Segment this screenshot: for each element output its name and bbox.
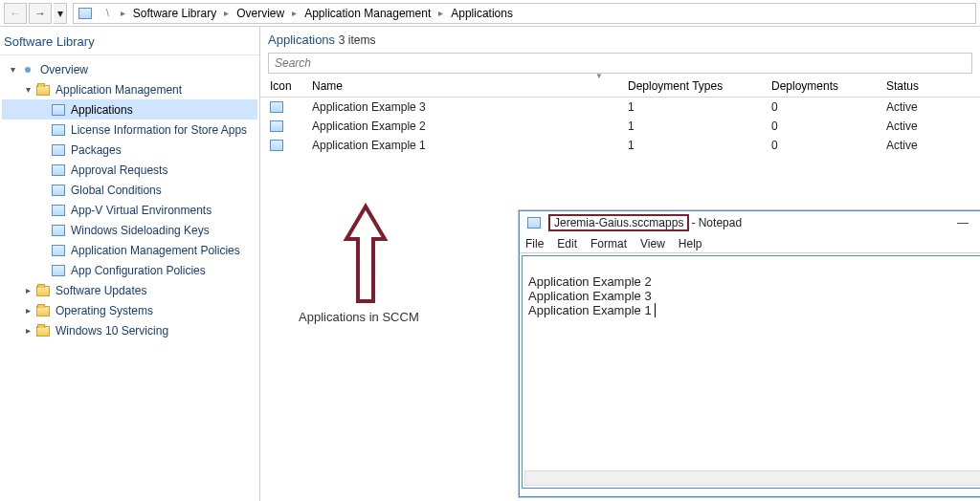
tree-item[interactable]: ▸Global Conditions — [2, 180, 257, 200]
tree-item-label: Packages — [71, 143, 122, 157]
nav-forward-button[interactable]: → — [29, 3, 52, 24]
minimize-button[interactable]: — — [948, 213, 977, 232]
notepad-line: Application Example 2 — [528, 274, 652, 289]
nav-history-dropdown[interactable]: ▾ — [54, 3, 67, 24]
notepad-titlebar[interactable]: Jeremia-Gaius.sccmapps - Notepad — ☐ ✕ — [520, 211, 980, 234]
sort-indicator-icon: ▼ — [595, 72, 603, 85]
text-cursor — [652, 303, 657, 317]
scrollbar-horizontal[interactable] — [524, 470, 980, 486]
chevron-right-icon: ▸ — [286, 8, 302, 18]
menu-edit[interactable]: Edit — [557, 237, 577, 250]
tree-item[interactable]: ▸Operating Systems — [2, 300, 257, 320]
folder-icon — [34, 323, 52, 338]
tree-item-label: App-V Virtual Environments — [71, 204, 212, 217]
chevron-down-icon: ▾ — [57, 7, 63, 20]
box-icon — [50, 122, 67, 138]
breadcrumb-item[interactable]: Overview — [234, 7, 286, 20]
box-icon — [50, 183, 67, 198]
notepad-filename: Jeremia-Gaius.sccmapps — [548, 214, 689, 231]
tree-item-label: Approval Requests — [71, 163, 167, 177]
tree-item-label: Global Conditions — [71, 184, 162, 197]
cell-deployment-types: 1 — [622, 137, 766, 154]
cell-status: Active — [880, 118, 976, 135]
cell-name: Application Example 3 — [306, 98, 622, 116]
tree-item[interactable]: ▸Packages — [2, 140, 257, 160]
tree-item-label: Operating Systems — [56, 304, 153, 317]
folder-icon — [34, 82, 52, 98]
sidebar-title: Software Library — [0, 31, 259, 55]
expand-toggle-icon[interactable]: ▸ — [21, 305, 34, 316]
box-icon — [50, 243, 67, 258]
tree-item[interactable]: ▸Approval Requests — [2, 160, 257, 180]
column-header-deployment-types[interactable]: Deployment Types — [622, 77, 766, 95]
expand-toggle-icon[interactable]: ▸ — [21, 325, 34, 336]
tree-item-label: Windows Sideloading Keys — [71, 224, 210, 237]
box-icon — [50, 102, 67, 118]
table-header: Icon Name ▼ Deployment Types Deployments… — [260, 77, 980, 98]
column-label: Name — [312, 79, 343, 93]
tree-item[interactable]: ▾Overview — [2, 59, 257, 79]
tree-item[interactable]: ▸Windows 10 Servicing — [2, 320, 257, 340]
box-icon — [50, 163, 67, 178]
column-header-deployments[interactable]: Deployments — [766, 77, 880, 95]
table-row[interactable]: Application Example 210Active — [260, 117, 980, 136]
table-row[interactable]: Application Example 110Active — [260, 136, 980, 155]
expand-toggle-icon[interactable]: ▾ — [21, 84, 34, 95]
tree-item-label: App Configuration Policies — [71, 264, 206, 277]
annotation-caption-sccm: Applications in SCCM — [299, 310, 419, 324]
panel-header: Applications 3 items — [260, 27, 980, 49]
cell-deployment-types: 1 — [622, 98, 766, 116]
breadcrumb-item[interactable]: Software Library — [131, 7, 218, 20]
breadcrumb-item[interactable]: Application Management — [302, 7, 433, 20]
chevron-right-icon: ▸ — [115, 8, 131, 18]
column-header-icon[interactable]: Icon — [264, 77, 306, 95]
dot-icon — [19, 62, 36, 77]
folder-icon — [34, 303, 52, 318]
menu-help[interactable]: Help — [679, 237, 702, 250]
breadcrumb-item[interactable]: Applications — [449, 7, 515, 20]
notepad-menubar: File Edit Format View Help — [520, 234, 980, 253]
tree-item[interactable]: ▾Application Management — [2, 79, 257, 99]
tree-item[interactable]: ▸Windows Sideloading Keys — [2, 220, 257, 240]
box-icon — [50, 203, 67, 218]
breadcrumb-bar: ← → ▾ \ ▸ Software Library ▸ Overview ▸ … — [0, 0, 980, 27]
cell-deployments: 0 — [766, 118, 880, 135]
folder-icon — [34, 283, 52, 298]
cell-deployment-types: 1 — [622, 118, 766, 135]
tree-item[interactable]: ▸Application Management Policies — [2, 240, 257, 260]
panel-item-count: 3 items — [339, 33, 376, 47]
notepad-line: Application Example 1 — [528, 303, 652, 317]
tree-item[interactable]: ▸App-V Virtual Environments — [2, 200, 257, 220]
menu-view[interactable]: View — [640, 237, 665, 250]
arrow-right-icon: → — [34, 7, 46, 20]
table-row[interactable]: Application Example 310Active — [260, 98, 980, 117]
expand-toggle-icon[interactable]: ▸ — [21, 285, 34, 295]
column-header-name[interactable]: Name ▼ — [306, 77, 622, 95]
menu-file[interactable]: File — [525, 237, 544, 250]
nav-back-button[interactable]: ← — [4, 3, 27, 24]
column-header-status[interactable]: Status — [880, 77, 976, 95]
menu-format[interactable]: Format — [590, 237, 627, 250]
svg-marker-0 — [346, 207, 385, 301]
annotation-arrow-up-icon — [337, 201, 394, 309]
sidebar: Software Library ▾Overview▾Application M… — [0, 27, 260, 501]
expand-toggle-icon[interactable]: ▾ — [6, 64, 19, 75]
notepad-line: Application Example 3 — [528, 289, 652, 303]
row-icon — [264, 99, 306, 115]
chevron-right-icon: ▸ — [433, 8, 449, 18]
tree-item-label: Applications — [71, 103, 133, 117]
breadcrumb[interactable]: \ ▸ Software Library ▸ Overview ▸ Applic… — [73, 3, 976, 24]
notepad-text-area[interactable]: Application Example 2 Application Exampl… — [522, 255, 980, 489]
box-icon — [50, 142, 67, 158]
tree-item[interactable]: ▸Software Updates — [2, 280, 257, 300]
tree-item[interactable]: ▸License Information for Store Apps — [2, 120, 257, 140]
cell-name: Application Example 2 — [306, 118, 622, 135]
tree-item-label: Overview — [40, 63, 88, 76]
cell-deployments: 0 — [766, 137, 880, 154]
notepad-title-suffix: - Notepad — [691, 216, 742, 229]
tree-item[interactable]: ▸App Configuration Policies — [2, 260, 257, 280]
tree-item-label: Application Management — [56, 83, 182, 97]
search-input[interactable] — [268, 53, 972, 74]
tree-item[interactable]: ▸Applications — [2, 99, 257, 120]
row-icon — [264, 119, 306, 134]
